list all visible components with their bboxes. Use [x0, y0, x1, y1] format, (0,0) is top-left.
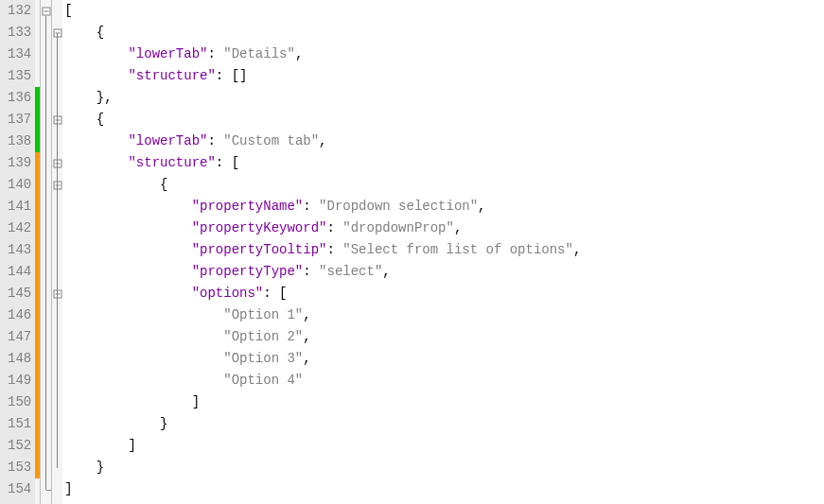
code-line[interactable]: } [64, 413, 824, 435]
code-line[interactable]: "Option 2", [64, 326, 824, 348]
line-number: 154 [8, 478, 31, 500]
line-number: 151 [8, 413, 31, 435]
line-number: 146 [8, 304, 31, 326]
line-number-gutter: 132 133 134 135 136 137 138 139 140 141 … [0, 0, 35, 504]
code-editor-area[interactable]: [ { "lowerTab": "Details", "structure": … [62, 0, 824, 504]
code-line[interactable]: "structure": [] [64, 65, 824, 87]
line-number: 148 [8, 348, 31, 370]
code-line[interactable]: }, [64, 87, 824, 109]
code-line[interactable]: { [64, 174, 824, 196]
line-number: 134 [8, 43, 31, 65]
fold-toggle-icon[interactable] [42, 7, 50, 15]
code-line[interactable]: [ [64, 0, 824, 22]
line-number: 144 [8, 261, 31, 283]
code-line[interactable]: ] [64, 435, 824, 457]
line-number: 132 [8, 0, 31, 22]
line-number: 135 [8, 65, 31, 87]
line-number: 145 [8, 283, 31, 304]
code-line[interactable]: { [64, 109, 824, 130]
line-number: 153 [8, 457, 31, 478]
code-line[interactable]: "lowerTab": "Details", [64, 43, 824, 65]
line-number: 133 [8, 22, 31, 43]
line-number: 138 [8, 130, 31, 152]
code-line[interactable]: "Option 1", [64, 304, 824, 326]
line-number: 152 [8, 435, 31, 457]
line-number: 139 [8, 152, 31, 174]
code-line[interactable]: "propertyKeyword": "dropdownProp", [64, 217, 824, 239]
code-line[interactable]: "options": [ [64, 283, 824, 304]
code-line[interactable]: } [64, 457, 824, 478]
code-line[interactable]: "propertyTooltip": "Select from list of … [64, 239, 824, 261]
line-number: 137 [8, 109, 31, 130]
code-line[interactable]: ] [64, 478, 824, 500]
code-line[interactable]: "propertyType": "select", [64, 261, 824, 283]
code-line[interactable]: "propertyName": "Dropdown selection", [64, 196, 824, 217]
code-line[interactable]: "Option 4" [64, 370, 824, 391]
code-line[interactable]: "structure": [ [64, 152, 824, 174]
line-number: 147 [8, 326, 31, 348]
line-number: 150 [8, 391, 31, 413]
line-number: 141 [8, 196, 31, 217]
line-number: 143 [8, 239, 31, 261]
code-line[interactable]: "Option 3", [64, 348, 824, 370]
line-number: 136 [8, 87, 31, 109]
code-line[interactable]: ] [64, 391, 824, 413]
line-number: 149 [8, 370, 31, 391]
line-number: 140 [8, 174, 31, 196]
fold-gutter [40, 0, 62, 504]
code-line[interactable]: { [64, 22, 824, 43]
line-number: 142 [8, 217, 31, 239]
code-line[interactable]: "lowerTab": "Custom tab", [64, 130, 824, 152]
